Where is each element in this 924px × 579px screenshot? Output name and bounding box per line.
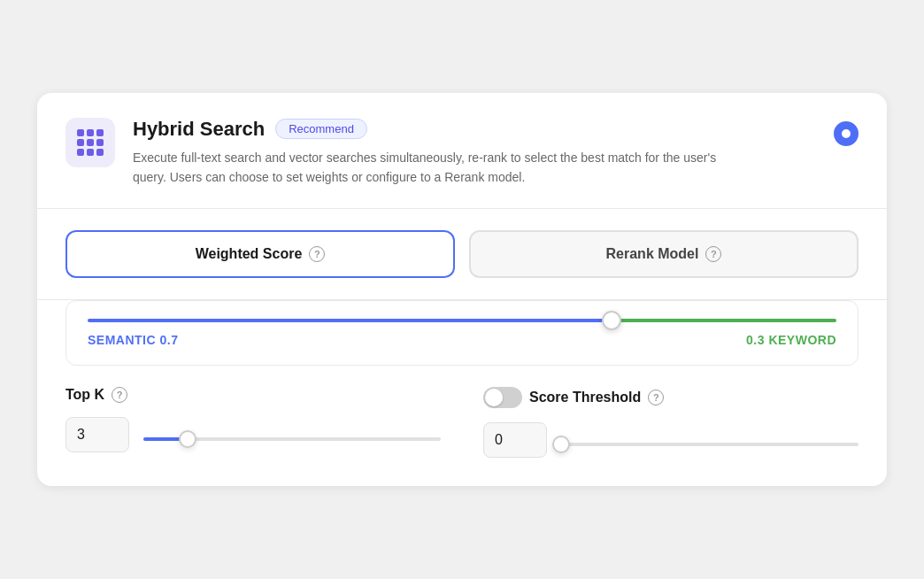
score-threshold-input-row [483,422,859,458]
semantic-label: SEMANTIC 0.7 [88,333,178,347]
slider-track [88,319,836,322]
score-threshold-help-icon[interactable]: ? [648,390,664,405]
header-description: Execute full-text search and vector sear… [133,148,752,188]
topk-label: Top K [65,387,104,403]
toggle-knob [485,389,503,406]
recommend-badge: Recommend [275,119,367,139]
header-section: Hybrid Search Recommend Execute full-tex… [37,93,887,210]
tab-weighted-score[interactable]: Weighted Score ? [65,230,455,278]
tabs-section: Weighted Score ? Rerank Model ? [37,209,887,300]
main-card: Hybrid Search Recommend Execute full-tex… [37,93,887,487]
tab-rerank-model[interactable]: Rerank Model ? [469,230,859,278]
radio-inner [842,129,851,138]
score-threshold-label: Score Threshold [529,390,641,405]
score-threshold-slider-thumb[interactable] [552,436,570,453]
controls-section: Top K ? Score Threshold ? [37,387,887,486]
semantic-keyword-slider-section: SEMANTIC 0.7 0.3 KEYWORD [65,300,859,366]
topk-help-icon[interactable]: ? [112,387,127,403]
grid-icon [77,129,104,156]
header-title-row: Hybrid Search Recommend [133,118,859,141]
tab-weighted-score-label: Weighted Score [196,246,303,262]
score-threshold-toggle[interactable] [483,387,522,408]
selected-radio[interactable] [834,121,859,146]
hybrid-search-icon-box [65,118,115,167]
score-threshold-label-row: Score Threshold ? [483,387,859,408]
header-text: Hybrid Search Recommend Execute full-tex… [133,118,859,188]
weighted-score-help-icon[interactable]: ? [309,246,325,262]
score-threshold-input[interactable] [483,422,547,458]
tab-rerank-model-label: Rerank Model [606,246,699,262]
topk-label-row: Top K ? [65,387,441,403]
score-threshold-slider[interactable] [561,443,859,446]
score-threshold-group: Score Threshold ? [483,387,859,458]
page-title: Hybrid Search [133,118,265,141]
slider-thumb[interactable] [602,311,621,330]
keyword-label: 0.3 KEYWORD [746,333,836,347]
topk-input-row [65,417,441,452]
topk-slider[interactable] [143,437,441,441]
rerank-model-help-icon[interactable]: ? [705,246,721,262]
topk-slider-thumb[interactable] [179,430,196,448]
topk-group: Top K ? [65,387,441,452]
slider-track-area [88,319,836,322]
topk-input[interactable] [65,417,129,452]
slider-labels: SEMANTIC 0.7 0.3 KEYWORD [88,333,836,347]
